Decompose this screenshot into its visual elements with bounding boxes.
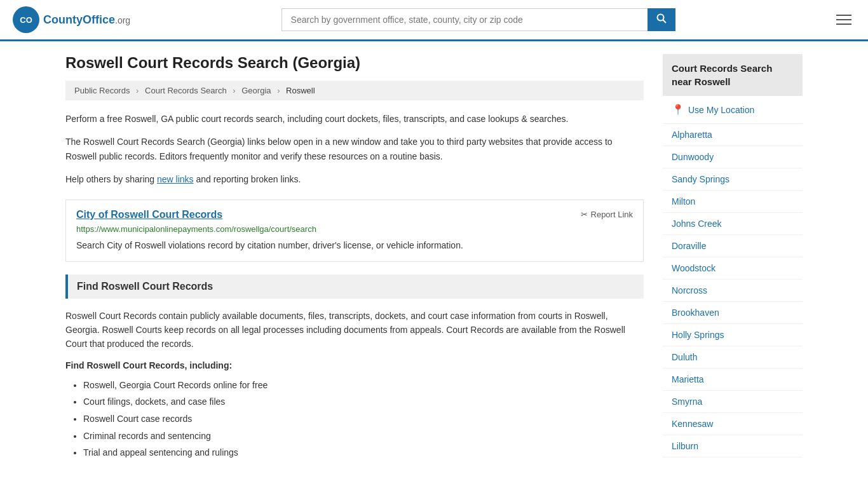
sidebar-link[interactable]: Brookhaven (663, 302, 803, 324)
sidebar-link[interactable]: Norcross (663, 280, 803, 302)
svg-text:CO: CO (20, 15, 32, 25)
report-link-button[interactable]: ✂ Report Link (581, 210, 633, 219)
use-my-location-button[interactable]: 📍 Use My Location (663, 96, 803, 124)
sidebar-link[interactable]: Milton (663, 191, 803, 213)
breadcrumb-georgia[interactable]: Georgia (241, 86, 271, 95)
find-list: Roswell, Georgia Court Records online fo… (65, 377, 644, 461)
list-item: Roswell Court case records (83, 410, 644, 428)
main-container: Roswell Court Records Search (Georgia) P… (53, 41, 815, 474)
breadcrumb: Public Records › Court Records Search › … (65, 81, 644, 100)
site-header: CO CountyOffice.org (0, 0, 868, 41)
list-item: Criminal records and sentencing (83, 428, 644, 445)
logo[interactable]: CO CountyOffice.org (13, 6, 130, 33)
list-item: Roswell, Georgia Court Records online fo… (83, 377, 644, 394)
logo-text: CountyOffice.org (43, 13, 130, 27)
sidebar-link[interactable]: Doraville (663, 235, 803, 257)
breadcrumb-court-records-search[interactable]: Court Records Search (145, 86, 227, 95)
record-url[interactable]: https://www.municipalonlinepayments.com/… (76, 224, 633, 234)
search-button[interactable] (648, 8, 675, 31)
sidebar-links: AlpharettaDunwoodySandy SpringsMiltonJoh… (663, 124, 803, 458)
list-item: Court filings, dockets, and case files (83, 393, 644, 410)
menu-button[interactable] (832, 11, 855, 29)
search-bar (281, 8, 675, 31)
sidebar-link[interactable]: Dunwoody (663, 146, 803, 168)
sidebar-link[interactable]: Lilburn (663, 435, 803, 458)
sidebar-link[interactable]: Woodstock (663, 257, 803, 280)
content-area: Roswell Court Records Search (Georgia) P… (65, 54, 644, 461)
sidebar-link[interactable]: Marietta (663, 369, 803, 391)
description-3: Help others by sharing new links and rep… (65, 172, 644, 186)
breadcrumb-current: Roswell (286, 86, 315, 95)
record-card: City of Roswell Court Records ✂ Report L… (65, 200, 644, 262)
find-description: Roswell Court Records contain publicly a… (65, 309, 644, 351)
scissors-icon: ✂ (581, 210, 588, 219)
sidebar-link[interactable]: Kennesaw (663, 413, 803, 435)
sidebar: Court Records Search near Roswell 📍 Use … (663, 54, 803, 461)
find-section-header: Find Roswell Court Records (65, 274, 644, 299)
record-title-link[interactable]: City of Roswell Court Records (76, 209, 222, 220)
find-including-title: Find Roswell Court Records, including: (65, 360, 644, 370)
location-pin-icon: 📍 (672, 104, 684, 116)
description-2: The Roswell Court Records Search (Georgi… (65, 135, 644, 163)
new-links-link[interactable]: new links (157, 174, 194, 184)
search-input[interactable] (281, 8, 648, 31)
sidebar-link[interactable]: Sandy Springs (663, 168, 803, 191)
svg-point-2 (657, 15, 663, 21)
sidebar-link[interactable]: Duluth (663, 346, 803, 369)
sidebar-link[interactable]: Johns Creek (663, 213, 803, 235)
sidebar-title: Court Records Search near Roswell (663, 54, 803, 96)
breadcrumb-public-records[interactable]: Public Records (74, 86, 130, 95)
sidebar-link[interactable]: Holly Springs (663, 324, 803, 346)
logo-icon: CO (13, 6, 39, 33)
svg-line-3 (663, 20, 666, 24)
record-card-header: City of Roswell Court Records ✂ Report L… (76, 209, 633, 220)
sidebar-link[interactable]: Smyrna (663, 391, 803, 413)
page-title: Roswell Court Records Search (Georgia) (65, 54, 644, 72)
sidebar-link[interactable]: Alpharetta (663, 124, 803, 146)
list-item: Trial and appeal sentencing and rulings (83, 444, 644, 461)
description-1: Perform a free Roswell, GA public court … (65, 112, 644, 126)
record-description: Search City of Roswell violations record… (76, 239, 633, 252)
